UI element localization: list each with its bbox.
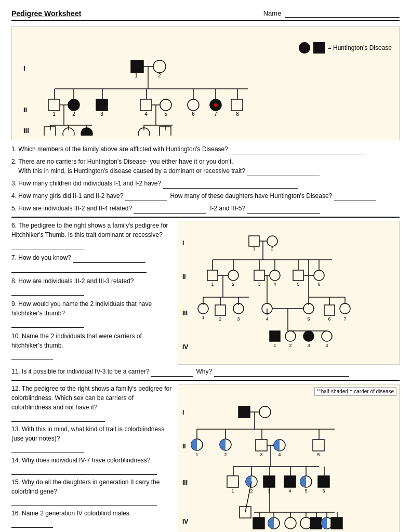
pedigree2-area: I II III IV 1 2 1 2 (178, 221, 400, 365)
hitchhiker-section: 6. The pedigree to the right shows a fam… (11, 221, 400, 365)
q5b-answer[interactable] (247, 204, 320, 214)
questions-section-1: 1. Which members of the family above are… (11, 144, 400, 214)
q2-answer[interactable] (247, 166, 320, 176)
svg-text:5: 5 (304, 488, 307, 494)
q7-line: 7. How do you know? (11, 253, 173, 273)
q12-line: 12. The pedigree to the right shows a fa… (11, 384, 173, 422)
q13-answer[interactable] (11, 443, 84, 453)
svg-rect-179 (253, 517, 264, 529)
colorblind-section: 12. The pedigree to the right shows a fa… (11, 384, 400, 532)
svg-text:2: 2 (289, 343, 291, 348)
q16-line: 16. Name 2 generation IV colorblind male… (11, 509, 173, 528)
svg-rect-74 (254, 270, 264, 281)
pedigree3-area: **half-shaded = carrier of disease I II … (178, 384, 400, 532)
q7-answer2[interactable] (11, 263, 147, 273)
svg-text:2: 2 (250, 488, 253, 494)
pedigree1-svg: I II III 1 2 1 2 3 4 5 (19, 32, 289, 136)
q7-answer[interactable] (73, 253, 145, 263)
svg-rect-3 (131, 60, 143, 73)
svg-point-106 (340, 303, 350, 314)
divider-1 (11, 217, 400, 218)
q15-answer[interactable] (11, 496, 157, 506)
q14-answer[interactable] (11, 465, 157, 475)
q9-line: 9. How would you name the 2 individuals … (11, 299, 173, 328)
q3-answer[interactable] (163, 179, 298, 189)
svg-text:6: 6 (322, 488, 325, 494)
legend-text: = Huntington's Disease (328, 44, 392, 51)
page-title: Pedigree Worksheet (11, 9, 81, 18)
q10-answer[interactable] (11, 350, 53, 360)
svg-rect-146 (256, 440, 267, 451)
svg-text:IV: IV (182, 518, 188, 525)
q13-line: 13. With this in mind, what kind of trai… (11, 424, 173, 453)
q9-answer[interactable] (11, 318, 84, 328)
svg-text:2: 2 (271, 246, 273, 251)
svg-text:7: 7 (343, 316, 346, 322)
svg-text:2: 2 (224, 452, 227, 457)
svg-text:2: 2 (72, 111, 75, 117)
svg-rect-104 (324, 305, 335, 315)
svg-text:4: 4 (325, 343, 328, 348)
svg-rect-34 (231, 99, 243, 111)
divider-2 (11, 380, 400, 381)
svg-text:1: 1 (253, 246, 255, 251)
half-shaded-note: **half-shaded = carrier of disease (314, 387, 396, 396)
svg-text:2: 2 (158, 73, 161, 78)
svg-text:II: II (182, 273, 186, 281)
svg-rect-172 (318, 476, 329, 487)
svg-text:8: 8 (236, 111, 239, 117)
svg-text:2: 2 (232, 282, 234, 287)
svg-text:II: II (182, 443, 186, 450)
q6-answer[interactable] (11, 240, 84, 249)
svg-text:III: III (182, 479, 188, 486)
svg-rect-39 (44, 127, 56, 136)
svg-point-24 (160, 99, 171, 111)
svg-text:2: 2 (219, 316, 221, 322)
svg-rect-157 (227, 476, 238, 487)
q12-answer[interactable] (11, 412, 105, 422)
svg-rect-11 (48, 99, 60, 111)
q5a-answer[interactable] (134, 204, 206, 214)
svg-point-185 (285, 517, 296, 529)
q1-answer[interactable] (230, 144, 365, 154)
svg-point-84 (314, 270, 324, 281)
hitchhiker-questions: 6. The pedigree to the right shows a fam… (11, 221, 173, 365)
svg-text:II: II (23, 106, 27, 114)
q11-answer[interactable] (151, 367, 193, 377)
svg-text:6: 6 (328, 316, 330, 322)
svg-text:3: 3 (258, 282, 260, 287)
svg-text:6: 6 (317, 282, 320, 287)
svg-text:3: 3 (100, 111, 103, 117)
q11-line: 11. Is it possible for individual IV-3 t… (11, 367, 400, 377)
q4b-answer[interactable] (334, 191, 376, 201)
svg-text:4: 4 (273, 282, 276, 287)
svg-point-45 (81, 128, 92, 136)
svg-point-117 (285, 331, 296, 341)
svg-point-136 (259, 406, 271, 418)
q10-line: 10. Name the 2 individuals that were car… (11, 331, 173, 360)
q16-answer[interactable] (11, 518, 53, 528)
svg-text:IV: IV (182, 343, 188, 351)
svg-point-14 (68, 99, 79, 111)
svg-text:6: 6 (192, 111, 195, 117)
svg-text:3: 3 (307, 343, 310, 348)
svg-text:7: 7 (214, 111, 217, 117)
q5-line: 5. How are individuals III-2 and II-4 re… (11, 204, 400, 214)
q8-answer[interactable] (11, 286, 84, 296)
svg-text:1: 1 (231, 488, 234, 494)
q14-line: 14. Why does individual IV-7 have colorb… (11, 456, 173, 475)
svg-rect-163 (263, 476, 275, 487)
svg-point-121 (322, 331, 332, 341)
q11b-answer[interactable] (214, 367, 349, 377)
svg-rect-197 (331, 517, 342, 529)
svg-text:4: 4 (266, 316, 268, 322)
svg-rect-134 (238, 406, 250, 418)
svg-text:4: 4 (144, 111, 148, 117)
svg-rect-166 (284, 476, 296, 487)
svg-text:1: 1 (135, 73, 138, 78)
svg-rect-152 (313, 440, 324, 451)
svg-text:5: 5 (307, 316, 310, 322)
q4a-answer[interactable] (125, 191, 167, 201)
svg-point-70 (228, 270, 238, 281)
svg-rect-67 (207, 270, 218, 281)
